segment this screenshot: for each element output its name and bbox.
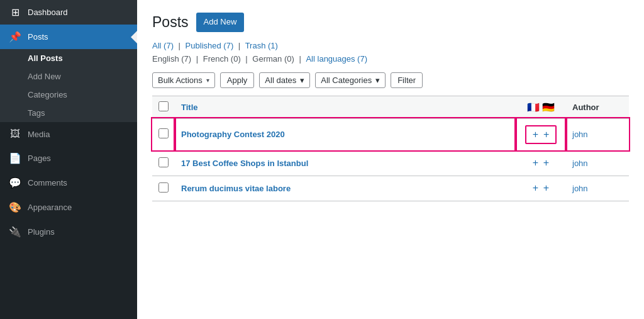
bulk-actions-dropdown[interactable]: Bulk Actions ▾ <box>152 72 215 88</box>
row-author-cell: john <box>566 118 629 150</box>
page-header: Posts Add New <box>152 13 629 32</box>
sidebar-item-label: Pages <box>28 154 51 163</box>
sep: | <box>179 41 180 50</box>
submenu-label: Tags <box>28 108 45 118</box>
bulk-actions-label: Bulk Actions <box>158 76 203 85</box>
add-german-translation-button[interactable]: + <box>543 157 549 169</box>
row-title-cell: Photography Contest 2020 <box>175 118 516 150</box>
sidebar-item-label: Comments <box>28 178 67 187</box>
apply-button[interactable]: Apply <box>220 72 255 88</box>
author-link[interactable]: john <box>572 130 588 139</box>
filter-button[interactable]: Filter <box>391 72 423 88</box>
row-checkbox[interactable] <box>158 128 169 138</box>
media-icon: 🖼 <box>9 128 21 140</box>
title-sort-link[interactable]: Title <box>181 103 198 112</box>
row-lang-cell: + + <box>516 150 566 176</box>
active-indicator <box>131 31 137 43</box>
plugins-icon: 🔌 <box>9 226 21 238</box>
french-flag: 🇫🇷 <box>527 101 540 113</box>
all-languages-link[interactable]: All languages (7) <box>306 54 367 64</box>
posts-submenu: All Posts Add New Categories Tags <box>0 49 137 122</box>
date-label: All dates <box>265 76 296 85</box>
pin-icon: 📌 <box>9 31 21 43</box>
french-lang: French (0) <box>203 54 241 64</box>
row-author-cell: john <box>566 150 629 176</box>
sidebar-item-label: Appearance <box>28 203 72 212</box>
author-link[interactable]: john <box>572 184 588 193</box>
sidebar-item-comments[interactable]: 💬 Comments <box>0 171 137 195</box>
row-title-cell: Rerum ducimus vitae labore <box>175 176 516 201</box>
table-row: 17 Best Coffee Shops in Istanbul + + joh… <box>152 150 629 176</box>
add-french-translation-button[interactable]: + <box>533 129 538 140</box>
author-column-header: Author <box>566 96 629 118</box>
sidebar-item-media[interactable]: 🖼 Media <box>0 122 137 146</box>
add-new-button[interactable]: Add New <box>196 13 245 32</box>
submenu-item-tags[interactable]: Tags <box>0 104 137 122</box>
title-column-header: Title <box>175 96 516 118</box>
category-label: All Categories <box>321 76 372 85</box>
page-title: Posts <box>152 14 189 31</box>
row-checkbox-cell <box>152 176 175 201</box>
german-lang: German (0) <box>252 54 294 64</box>
submenu-label: Add New <box>28 72 61 81</box>
submenu-label: All Posts <box>28 53 63 63</box>
chevron-down-icon: ▾ <box>206 77 209 84</box>
dashboard-icon: ⊞ <box>9 6 21 18</box>
post-title-link[interactable]: 17 Best Coffee Shops in Istanbul <box>181 159 308 168</box>
toolbar: Bulk Actions ▾ Apply All dates ▾ All Cat… <box>152 72 629 88</box>
post-title-link[interactable]: Rerum ducimus vitae labore <box>181 184 291 193</box>
add-german-translation-button[interactable]: + <box>543 129 549 140</box>
table-row: Photography Contest 2020 + + john <box>152 118 629 150</box>
submenu-item-add-new[interactable]: Add New <box>0 67 137 86</box>
sidebar-item-dashboard[interactable]: ⊞ Dashboard <box>0 0 137 25</box>
date-filter-dropdown[interactable]: All dates ▾ <box>259 72 310 88</box>
sidebar-item-plugins[interactable]: 🔌 Plugins <box>0 220 137 244</box>
row-checkbox[interactable] <box>158 182 169 193</box>
add-french-translation-button[interactable]: + <box>533 157 538 169</box>
filter-links: All (7) | Published (7) | Trash (1) <box>152 41 629 50</box>
post-title-link[interactable]: Photography Contest 2020 <box>181 130 285 139</box>
sidebar-item-pages[interactable]: 📄 Pages <box>0 146 137 171</box>
row-author-cell: john <box>566 176 629 201</box>
chevron-down-icon: ▾ <box>375 76 380 85</box>
main-content: Posts Add New All (7) | Published (7) | … <box>137 0 644 319</box>
appearance-icon: 🎨 <box>9 201 21 213</box>
submenu-label: Categories <box>28 90 67 99</box>
sep: | <box>196 54 201 64</box>
select-all-checkbox[interactable] <box>158 101 169 111</box>
author-link[interactable]: john <box>572 159 588 168</box>
select-all-header <box>152 96 175 118</box>
row-lang-cell: + + <box>516 118 566 150</box>
trash-filter-link[interactable]: Trash (1) <box>245 41 278 50</box>
submenu-item-categories[interactable]: Categories <box>0 86 137 104</box>
submenu-item-all-posts[interactable]: All Posts <box>0 49 137 67</box>
all-filter-link[interactable]: All (7) <box>152 41 174 50</box>
sidebar-item-posts[interactable]: 📌 Posts <box>0 25 137 49</box>
english-lang: English (7) <box>152 54 191 64</box>
comments-icon: 💬 <box>9 177 21 189</box>
pages-icon: 📄 <box>9 152 21 164</box>
sidebar-item-label: Plugins <box>28 227 55 237</box>
sidebar-item-label: Dashboard <box>28 8 68 17</box>
lang-highlight-box: + + <box>525 125 557 144</box>
table-row: Rerum ducimus vitae labore + + john <box>152 176 629 201</box>
add-german-translation-button[interactable]: + <box>543 182 549 194</box>
published-filter-link[interactable]: Published (7) <box>186 41 234 50</box>
row-checkbox-cell <box>152 118 175 150</box>
row-title-cell: 17 Best Coffee Shops in Istanbul <box>175 150 516 176</box>
sep: | <box>299 54 303 64</box>
sep: | <box>245 54 250 64</box>
chevron-down-icon: ▾ <box>300 76 304 85</box>
sidebar-item-label: Media <box>28 130 50 139</box>
language-links: English (7) | French (0) | German (0) | … <box>152 54 629 64</box>
category-filter-dropdown[interactable]: All Categories ▾ <box>315 72 386 88</box>
sidebar-item-label: Posts <box>28 32 48 42</box>
sidebar: ⊞ Dashboard 📌 Posts All Posts Add New Ca… <box>0 0 137 319</box>
row-checkbox-cell <box>152 150 175 176</box>
sep: | <box>238 41 240 50</box>
add-french-translation-button[interactable]: + <box>533 182 538 194</box>
german-flag: 🇩🇪 <box>542 101 555 113</box>
row-checkbox[interactable] <box>158 157 169 167</box>
sidebar-item-appearance[interactable]: 🎨 Appearance <box>0 195 137 220</box>
posts-table: Title 🇫🇷 🇩🇪 Author Photog <box>152 96 629 201</box>
